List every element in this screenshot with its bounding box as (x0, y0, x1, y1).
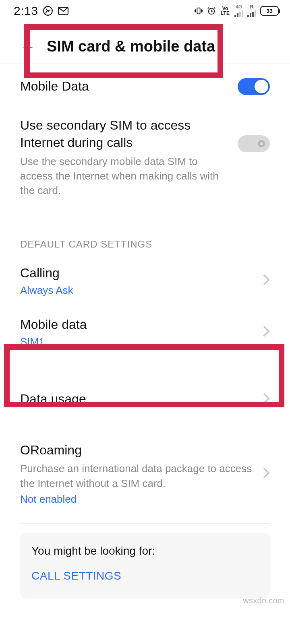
section-default-card: DEFAULT CARD SETTINGS (20, 224, 270, 255)
mobile-data-toggle[interactable] (238, 78, 270, 95)
vibrate-icon (194, 6, 203, 15)
setting-mobile-data-card[interactable]: Mobile data SIM1 (20, 306, 270, 358)
setting-mobile-data[interactable]: Mobile Data (20, 64, 270, 105)
setting-mobile-data-title: Mobile Data (20, 78, 228, 95)
whatsapp-icon (43, 6, 53, 16)
setting-secondary-sim-title: Use secondary SIM to access Internet dur… (20, 117, 213, 151)
suggestion-link-call-settings[interactable]: CALL SETTINGS (31, 570, 259, 582)
setting-secondary-sim-desc: Use the secondary mobile data SIM to acc… (20, 154, 228, 198)
status-time: 2:13 (14, 4, 38, 18)
battery-icon: 33 (260, 6, 279, 16)
setting-calling-title: Calling (20, 264, 253, 282)
svg-rect-2 (197, 8, 200, 14)
setting-oroaming-title: ORoaming (20, 442, 253, 459)
divider (20, 523, 270, 524)
watermark: wsxdn.com (243, 596, 284, 605)
alarm-icon (207, 6, 216, 15)
page-title: SIM card & mobile data (47, 38, 215, 55)
setting-oroaming-value: Not enabled (20, 493, 253, 506)
divider (20, 366, 270, 366)
chevron-right-icon (263, 274, 270, 287)
status-bar: 2:13 Vo LTE 4G R 33 (0, 0, 290, 19)
back-arrow-icon[interactable]: ← (20, 39, 35, 54)
network-4g-icon: 4G (234, 4, 243, 17)
setting-data-usage-title: Data usage (20, 390, 253, 408)
suggestion-card: You might be looking for: CALL SETTINGS (20, 533, 270, 599)
setting-secondary-sim[interactable]: Use secondary SIM to access Internet dur… (20, 105, 270, 208)
chevron-right-icon (263, 467, 270, 481)
gmail-icon (58, 7, 68, 15)
setting-oroaming-desc: Purchase an international data package t… (20, 461, 253, 491)
setting-mobile-data-card-value: SIM1 (20, 336, 253, 348)
setting-data-usage[interactable]: Data usage (20, 374, 270, 424)
secondary-sim-toggle[interactable] (238, 135, 270, 152)
page-header: ← SIM card & mobile data (0, 24, 290, 69)
setting-mobile-data-card-title: Mobile data (20, 316, 253, 333)
chevron-right-icon (263, 392, 270, 406)
suggestion-title: You might be looking for: (31, 545, 259, 557)
setting-oroaming[interactable]: ORoaming Purchase an international data … (20, 424, 270, 515)
network-roaming-icon: R (247, 4, 256, 17)
volte-icon: Vo LTE (220, 6, 230, 16)
setting-calling-value: Always Ask (20, 284, 253, 297)
setting-calling[interactable]: Calling Always Ask (20, 255, 270, 306)
chevron-right-icon (263, 325, 270, 339)
divider (20, 216, 270, 216)
